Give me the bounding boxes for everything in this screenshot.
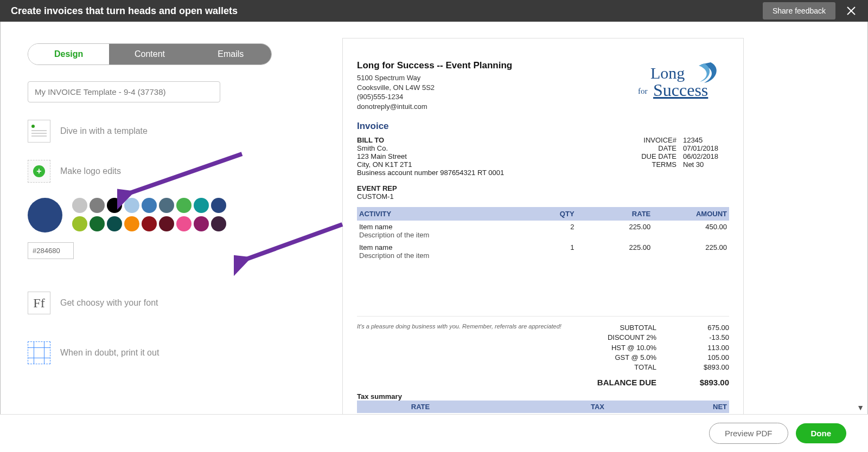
preview-pdf-button[interactable]: Preview PDF — [709, 423, 788, 444]
color-swatch[interactable] — [194, 198, 209, 213]
font-icon: Ff — [28, 292, 50, 314]
scroll-down-icon[interactable]: ▼ — [857, 403, 864, 412]
company-name: Long for Success -- Event Planning — [357, 60, 512, 71]
template-name-input[interactable] — [28, 81, 220, 102]
color-swatch[interactable] — [194, 216, 209, 231]
logo-option-label: Make logo edits — [60, 166, 121, 176]
plus-icon: + — [33, 165, 45, 177]
tab-row: Design Content Emails — [28, 43, 272, 65]
eventrep-value: CUSTOM-1 — [357, 192, 729, 201]
billto-line: 123 Main Street — [357, 152, 504, 160]
logo-text-success: Success — [653, 80, 708, 100]
color-palette — [72, 198, 226, 231]
invoice-title: Invoice — [357, 121, 729, 132]
margins-icon — [28, 341, 50, 364]
invoice-meta: INVOICE#12345 DATE07/01/2018 DUE DATE06/… — [633, 136, 729, 177]
tax-summary-header: RATE TAX NET — [357, 401, 729, 413]
option-font[interactable]: Ff Get choosy with your font — [28, 292, 304, 314]
option-logo[interactable]: + Make logo edits — [28, 160, 304, 183]
billto-line: City, ON K1T 2T1 — [357, 160, 504, 169]
design-panel: Design Content Emails Dive in with a tem… — [1, 22, 337, 414]
color-swatch[interactable] — [142, 198, 157, 213]
company-logo: Long for Success — [631, 60, 729, 111]
eventrep-heading: EVENT REP — [357, 184, 729, 192]
logo-text-long: Long — [650, 64, 685, 82]
add-logo-icon: + — [28, 160, 50, 183]
done-button[interactable]: Done — [796, 423, 847, 443]
company-addr1: 5100 Spectrum Way — [357, 73, 512, 83]
line-item-row: Item nameDescription of the item2225.004… — [357, 221, 729, 241]
option-template[interactable]: Dive in with a template — [28, 120, 304, 143]
line-item-row: Item nameDescription of the item1225.002… — [357, 241, 729, 262]
company-email: donotreply@intuit.com — [357, 102, 512, 112]
preview-panel: Long for Success -- Event Planning 5100 … — [337, 22, 867, 414]
share-feedback-button[interactable]: Share feedback — [763, 2, 835, 20]
tab-emails[interactable]: Emails — [190, 44, 271, 64]
summary-table: SUBTOTAL675.00 DISCOUNT 2%-13.50 HST @ 1… — [586, 323, 729, 387]
close-icon[interactable] — [845, 5, 857, 17]
selected-color-swatch[interactable] — [28, 198, 62, 233]
color-swatch[interactable] — [90, 216, 105, 231]
color-swatch[interactable] — [142, 216, 157, 231]
billto-line: Business account number 987654321 RT 000… — [357, 169, 504, 177]
color-swatch[interactable] — [176, 216, 192, 231]
invoice-preview: Long for Success -- Event Planning 5100 … — [342, 38, 744, 414]
color-swatch[interactable] — [107, 198, 122, 213]
company-addr2: Cooksville, ON L4W 5S2 — [357, 83, 512, 93]
color-swatch[interactable] — [211, 198, 226, 213]
footer-bar: Preview PDF Done — [0, 414, 868, 452]
color-swatch[interactable] — [159, 216, 174, 231]
billto-heading: BILL TO — [357, 136, 504, 144]
color-swatch[interactable] — [124, 216, 139, 231]
hex-color-input[interactable] — [28, 242, 74, 259]
color-swatch[interactable] — [72, 198, 87, 213]
title-bar: Create invoices that turn heads and open… — [0, 0, 868, 22]
tab-content[interactable]: Content — [109, 44, 190, 64]
color-swatch[interactable] — [107, 216, 122, 231]
color-swatch[interactable] — [211, 216, 226, 231]
color-swatch[interactable] — [124, 198, 139, 213]
tax-summary-heading: Tax summary — [357, 392, 729, 401]
color-section — [28, 198, 304, 233]
page-title: Create invoices that turn heads and open… — [11, 5, 763, 17]
template-option-label: Dive in with a template — [60, 126, 148, 136]
line-items-header: ACTIVITY QTY RATE AMOUNT — [357, 207, 729, 221]
option-print[interactable]: When in doubt, print it out — [28, 341, 304, 364]
color-swatch[interactable] — [159, 198, 174, 213]
logo-text-for: for — [638, 87, 648, 95]
color-swatch[interactable] — [72, 216, 87, 231]
font-option-label: Get choosy with your font — [60, 298, 158, 308]
tab-design[interactable]: Design — [28, 44, 109, 64]
billto-line: Smith Co. — [357, 144, 504, 152]
company-phone: (905)555-1234 — [357, 92, 512, 102]
template-icon — [28, 120, 50, 143]
color-swatch[interactable] — [176, 198, 192, 213]
print-option-label: When in doubt, print it out — [60, 348, 159, 358]
footer-message: It's a pleasure doing business with you.… — [357, 323, 586, 387]
color-swatch[interactable] — [90, 198, 105, 213]
